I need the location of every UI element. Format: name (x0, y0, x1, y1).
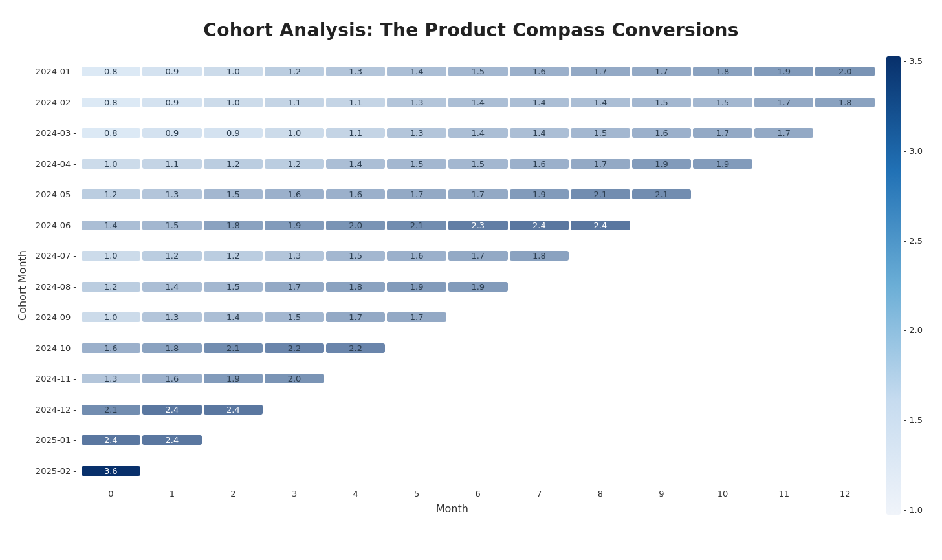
heatmap-cell: 1.9 (265, 221, 324, 230)
heatmap-cell: 2.0 (326, 221, 386, 230)
heatmap-cell: 1.9 (510, 189, 569, 199)
colorbar-tick: - 2.0 (904, 325, 923, 335)
heatmap-cell: 1.1 (326, 98, 386, 107)
heatmap-cell: 1.2 (265, 67, 324, 76)
heatmap-cell: 1.4 (448, 98, 508, 107)
heatmap-row: 2024-02 -0.80.91.01.11.11.31.41.41.41.51… (28, 87, 876, 118)
heatmap-cell: 1.5 (632, 98, 692, 107)
heatmap-row: 2024-10 -1.61.82.12.22.2 (28, 333, 876, 364)
heatmap-cell: 1.8 (204, 221, 263, 230)
heatmap-cell: 1.4 (448, 128, 508, 138)
heatmap-cell: 1.3 (326, 67, 386, 76)
heatmap-row: 2024-05 -1.21.31.51.61.61.71.71.92.12.1 (28, 179, 876, 210)
row-label: 2024-02 - (28, 98, 80, 107)
heatmap-cell: 2.4 (142, 435, 202, 445)
heatmap-cell: 1.2 (82, 282, 141, 292)
heatmap-cell: 1.4 (326, 159, 386, 169)
heatmap-cell: 2.2 (326, 343, 386, 353)
heatmap-row: 2025-02 -3.6 (28, 456, 876, 487)
heatmap-cell: 2.4 (204, 405, 263, 415)
heatmap-cell: 1.1 (326, 128, 386, 138)
heatmap-row: 2024-11 -1.31.61.92.0 (28, 363, 876, 394)
row-label: 2024-06 - (28, 221, 80, 230)
colorbar-ticks: - 3.5- 3.0- 2.5- 2.0- 1.5- 1.0 (901, 56, 923, 515)
colorbar-tick: - 1.5 (904, 415, 923, 425)
heatmap-row: 2024-06 -1.41.51.81.92.02.12.32.42.4 (28, 210, 876, 241)
heatmap-cell: 1.7 (571, 159, 630, 169)
y-axis-label: Cohort Month (13, 56, 28, 515)
heatmap-cell: 1.6 (510, 159, 569, 169)
heatmap-cell: 1.6 (387, 251, 446, 261)
x-tick: 12 (815, 489, 876, 499)
heatmap-cell: 0.9 (142, 128, 202, 138)
heatmap-cell: 1.3 (387, 98, 446, 107)
x-tick: 0 (80, 489, 142, 499)
x-tick: 9 (631, 489, 692, 499)
heatmap-cell: 1.0 (204, 67, 263, 76)
heatmap-cell: 1.2 (142, 251, 202, 261)
heatmap-cell: 1.4 (142, 282, 202, 292)
heatmap-cell: 1.2 (204, 251, 263, 261)
heatmap-cell: 1.3 (387, 128, 446, 138)
heatmap-cell: 1.8 (815, 98, 875, 107)
heatmap-cell: 1.6 (326, 189, 386, 199)
row-label: 2024-12 - (28, 405, 80, 415)
heatmap-cell: 1.7 (571, 67, 630, 76)
heatmap-cell: 1.7 (387, 189, 446, 199)
heatmap-row: 2025-01 -2.42.4 (28, 425, 876, 456)
chart-body: Cohort Month 2024-01 -0.80.91.01.21.31.4… (13, 56, 929, 515)
heatmap-cell: 1.9 (204, 374, 263, 383)
heatmap-cell: 1.5 (326, 251, 386, 261)
x-tick: 3 (264, 489, 325, 499)
heatmap-cell: 1.2 (204, 159, 263, 169)
x-tick: 6 (447, 489, 509, 499)
heatmap-cell: 1.9 (754, 67, 814, 76)
heatmap-cell: 1.8 (510, 251, 569, 261)
heatmap-cell: 1.0 (82, 312, 141, 322)
heatmap-cell: 1.7 (754, 98, 814, 107)
heatmap-cell: 1.0 (204, 98, 263, 107)
heatmap-cell: 1.7 (632, 67, 692, 76)
heatmap-cell: 1.5 (142, 221, 202, 230)
heatmap-cell: 0.9 (142, 67, 202, 76)
heatmap-cell: 1.1 (265, 98, 324, 107)
heatmap-cell: 2.1 (204, 343, 263, 353)
row-label: 2024-10 - (28, 343, 80, 353)
heatmap-cell: 1.7 (265, 282, 324, 292)
heatmap-cell: 2.1 (571, 189, 630, 199)
heatmap-cell: 1.6 (142, 374, 202, 383)
heatmap-cell: 1.5 (693, 98, 752, 107)
heatmap-cell: 2.1 (387, 221, 446, 230)
heatmap-cell: 1.4 (571, 98, 630, 107)
heatmap-cell: 1.6 (82, 343, 141, 353)
heatmap-cell: 1.5 (387, 159, 446, 169)
heatmap-cell: 1.5 (204, 189, 263, 199)
heatmap-cell: 2.4 (510, 221, 569, 230)
heatmap-cell: 1.9 (693, 159, 752, 169)
row-label: 2024-07 - (28, 251, 80, 261)
heatmap-cell: 1.7 (693, 128, 752, 138)
x-axis: 0123456789101112 (28, 489, 876, 499)
heatmap-cell: 1.3 (265, 251, 324, 261)
colorbar-gradient (886, 56, 901, 515)
heatmap-cell: 1.7 (387, 312, 446, 322)
heatmap-row: 2024-07 -1.01.21.21.31.51.61.71.8 (28, 241, 876, 272)
x-axis-label: Month (28, 502, 876, 515)
colorbar-tick: - 2.5 (904, 236, 923, 246)
heatmap-row: 2024-03 -0.80.90.91.01.11.31.41.41.51.61… (28, 118, 876, 149)
colorbar-tick: - 1.0 (904, 505, 923, 515)
heatmap-cell: 0.9 (204, 128, 263, 138)
row-label: 2024-11 - (28, 374, 80, 383)
heatmap-cell: 2.0 (815, 67, 875, 76)
heatmap-cell: 1.0 (82, 251, 141, 261)
heatmap-cell: 1.4 (204, 312, 263, 322)
row-label: 2024-03 - (28, 128, 80, 138)
heatmap-cell: 0.8 (82, 67, 141, 76)
heatmap-cell: 1.6 (632, 128, 692, 138)
row-label: 2025-02 - (28, 466, 80, 476)
heatmap-cell: 2.1 (82, 405, 141, 415)
chart-title: Cohort Analysis: The Product Compass Con… (203, 19, 738, 41)
heatmap-cell: 1.6 (510, 67, 569, 76)
heatmap-cell: 2.3 (448, 221, 508, 230)
heatmap-cell: 1.3 (142, 312, 202, 322)
